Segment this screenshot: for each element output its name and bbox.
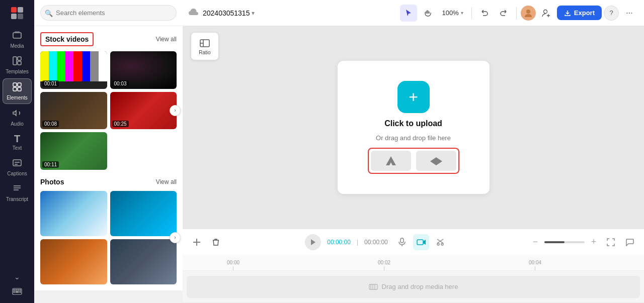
zoom-control[interactable]: 100% ▾ (438, 7, 467, 19)
help-btn[interactable]: ? (604, 6, 619, 21)
sidebar-keyboard-btn[interactable] (3, 285, 32, 299)
media-drop-zone[interactable]: Drag and drop media here (187, 276, 640, 298)
svg-point-28 (543, 10, 547, 13)
comment-btn[interactable] (622, 234, 638, 250)
search-input[interactable] (40, 5, 177, 21)
ruler-mark-1: 00:02 (378, 260, 390, 270)
app-logo[interactable] (8, 4, 26, 22)
sidebar-item-elements[interactable]: Elements (3, 78, 32, 104)
play-btn[interactable] (305, 234, 321, 250)
video-grid-next[interactable]: › (170, 105, 181, 116)
sidebar-item-transcript[interactable]: Transcript (3, 180, 32, 205)
timeline-track: Drag and drop media here (183, 271, 644, 303)
templates-icon (12, 56, 22, 67)
svg-rect-10 (18, 83, 21, 86)
video-thumb-2[interactable]: 00:03 (110, 51, 177, 89)
sidebar-item-media[interactable]: Media (3, 27, 32, 52)
sidebar-bottom: ⌄ (3, 270, 32, 299)
split-tool-btn[interactable] (189, 234, 205, 250)
topbar: 202403051315 ▾ 100% ▾ (183, 0, 644, 26)
sidebar-collapse-btn[interactable]: ⌄ (3, 270, 32, 284)
svg-rect-21 (16, 289, 17, 290)
user-avatar[interactable] (521, 6, 536, 21)
svg-rect-22 (18, 289, 19, 290)
zoom-in-btn[interactable]: + (588, 236, 600, 248)
canvas-area: Ratio + Click to upload Or drag and drop… (183, 26, 644, 229)
ruler-label-0: 00:00 (227, 260, 239, 265)
add-user-btn[interactable] (538, 5, 555, 22)
video-thumb-1[interactable]: 00:01 (40, 51, 107, 89)
photo-thumb-1[interactable] (40, 191, 107, 236)
photos-grid: › (40, 191, 177, 284)
sidebar-item-label: Transcript (6, 196, 28, 202)
project-title-text: 202403051315 (203, 9, 250, 17)
elements-panel: 🔍 Stock videos View all (34, 0, 183, 290)
svg-rect-37 (417, 240, 423, 245)
ratio-btn[interactable]: Ratio (191, 32, 219, 60)
sidebar-item-text[interactable]: T Text (3, 131, 32, 154)
timeline-ruler: 00:00 00:02 00:04 (183, 255, 644, 271)
mic-btn[interactable] (394, 234, 410, 250)
sidebar-item-captions[interactable]: Captions (3, 155, 32, 179)
sidebar-item-label: Media (10, 43, 24, 49)
transcript-icon (12, 183, 22, 195)
zoom-slider[interactable] (544, 241, 585, 243)
undo-btn[interactable] (476, 5, 493, 22)
ruler-marks: 00:00 00:02 00:04 (187, 255, 640, 270)
svg-rect-0 (11, 7, 17, 13)
project-title[interactable]: 202403051315 ▾ (203, 9, 255, 17)
delete-tool-btn[interactable] (208, 234, 224, 250)
sidebar-item-templates[interactable]: Templates (3, 53, 32, 77)
pointer-tool-btn[interactable] (400, 5, 417, 22)
time-current: 00:00:00 (327, 239, 351, 246)
svg-rect-13 (13, 160, 21, 166)
svg-rect-20 (14, 289, 15, 290)
drop-zone-label: Drag and drop media here (382, 283, 458, 290)
timeline-area: 00:00 00:02 00:04 (183, 255, 644, 303)
svg-point-27 (526, 10, 530, 14)
panel-content: Stock videos View all 0 (34, 26, 183, 290)
photos-header: Photos View all (40, 178, 177, 186)
cloud-icon (189, 9, 199, 18)
video-thumb-4[interactable]: 00:25 (110, 92, 177, 130)
topbar-tools: 100% ▾ (400, 5, 638, 22)
photo-thumb-3[interactable] (40, 239, 107, 284)
playback-bar: 00:00:00 | 00:00:00 (183, 229, 644, 255)
upload-plus-btn[interactable]: + (397, 81, 430, 113)
more-btn[interactable]: ··· (621, 5, 638, 22)
svg-rect-8 (18, 61, 21, 65)
dropbox-btn[interactable] (416, 151, 456, 171)
svg-rect-35 (400, 238, 404, 243)
svg-rect-12 (18, 87, 21, 91)
video-thumb-3[interactable]: 00:08 (40, 92, 107, 130)
upload-card: + Click to upload Or drag and drop file … (338, 61, 490, 194)
svg-point-39 (441, 243, 443, 245)
topbar-divider-1 (471, 7, 472, 19)
redo-btn[interactable] (495, 5, 512, 22)
ratio-label: Ratio (199, 50, 210, 55)
timeline-zoom-area: − + (529, 236, 600, 248)
record-btn[interactable] (413, 234, 429, 250)
svg-rect-26 (20, 291, 21, 292)
sidebar-item-audio[interactable]: Audio (3, 105, 32, 130)
video-thumb-5[interactable]: 00:11 (40, 132, 107, 170)
upload-title: Click to upload (384, 119, 442, 128)
photo-thumb-4[interactable] (110, 239, 177, 284)
zoom-chevron-icon: ▾ (461, 10, 463, 16)
time-separator: | (357, 239, 358, 246)
google-drive-btn[interactable] (371, 151, 411, 171)
keyboard-icon (12, 288, 22, 296)
export-btn[interactable]: Export (557, 6, 602, 20)
ruler-label-1: 00:02 (378, 260, 390, 265)
stock-videos-view-all[interactable]: View all (156, 36, 177, 43)
photos-view-all[interactable]: View all (156, 178, 177, 185)
cut-btn[interactable] (432, 234, 448, 250)
zoom-out-btn[interactable]: − (529, 236, 541, 248)
photo-thumb-2[interactable] (110, 191, 177, 236)
svg-rect-9 (13, 83, 17, 86)
photo-grid-next[interactable]: › (170, 232, 181, 243)
fullscreen-btn[interactable] (603, 234, 619, 250)
hand-tool-btn[interactable] (419, 5, 436, 22)
ruler-tick-0 (233, 266, 233, 270)
sidebar-item-label: Captions (7, 171, 27, 176)
